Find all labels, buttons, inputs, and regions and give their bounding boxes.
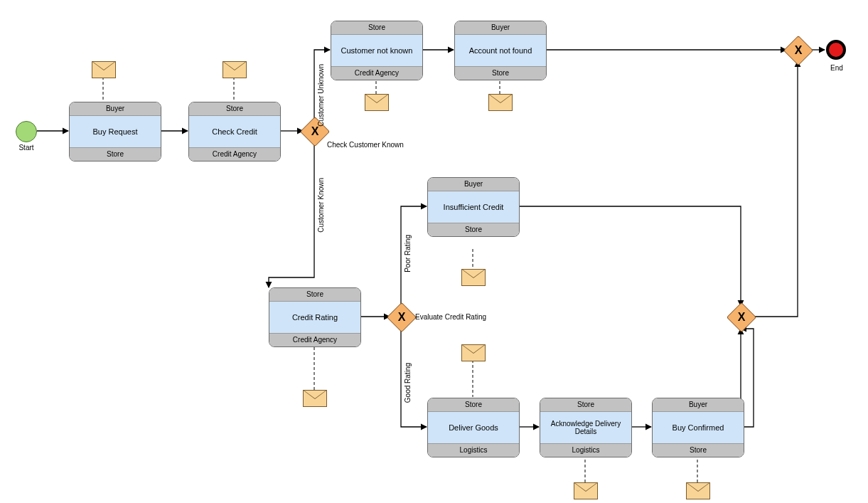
task-credit-rating[interactable]: Store Credit Rating Credit Agency (269, 287, 361, 347)
task-account-not-found[interactable]: Buyer Account not found Store (454, 21, 547, 80)
edge-label-poor: Poor Rating (404, 235, 412, 272)
diagram-canvas: Start Buyer Buy Request Store Store Chec… (0, 0, 868, 503)
message-icon (92, 61, 116, 78)
task-bottom: Credit Agency (331, 66, 422, 80)
task-top: Store (269, 288, 360, 302)
task-name: Account not found (455, 35, 546, 66)
task-bottom: Credit Agency (269, 333, 360, 346)
task-name: Credit Rating (269, 302, 360, 333)
task-deliver-goods[interactable]: Store Deliver Goods Logistics (427, 398, 520, 457)
task-bottom: Logistics (540, 443, 631, 457)
task-top: Store (331, 21, 422, 35)
task-top: Store (189, 102, 280, 116)
task-bottom: Store (70, 147, 161, 161)
task-bottom: Store (653, 443, 744, 457)
message-icon (574, 482, 598, 499)
edge-label-known: Customer Known (317, 178, 325, 233)
end-label: End (825, 64, 849, 72)
task-top: Store (540, 398, 631, 412)
task-top: Buyer (455, 21, 546, 35)
task-name: Customer not known (331, 35, 422, 66)
task-check-credit[interactable]: Store Check Credit Credit Agency (188, 102, 281, 162)
task-insufficient-credit[interactable]: Buyer Insufficient Credit Store (427, 177, 520, 237)
edge-label-good: Good Rating (404, 363, 412, 403)
task-name: Insufficient Credit (428, 191, 519, 223)
message-icon (488, 94, 513, 111)
start-event[interactable] (16, 121, 37, 142)
gateway-label: Check Customer Known (327, 141, 419, 149)
task-ack-delivery[interactable]: Store Acknowledge Delivery Details Logis… (540, 398, 632, 457)
message-icon (365, 94, 389, 111)
edge-label-unknown: Customer Unknown (317, 64, 325, 127)
task-top: Buyer (70, 102, 161, 116)
task-name: Buy Confirmed (653, 412, 744, 443)
message-icon (461, 269, 486, 286)
task-top: Buyer (428, 178, 519, 191)
message-icon (223, 61, 247, 78)
task-name: Check Credit (189, 116, 280, 147)
task-buy-request[interactable]: Buyer Buy Request Store (69, 102, 161, 162)
message-icon (686, 482, 710, 499)
task-buy-confirmed[interactable]: Buyer Buy Confirmed Store (652, 398, 744, 457)
task-bottom: Logistics (428, 443, 519, 457)
task-name: Buy Request (70, 116, 161, 147)
task-customer-not-known[interactable]: Store Customer not known Credit Agency (331, 21, 423, 80)
message-icon (461, 344, 486, 361)
task-top: Store (428, 398, 519, 412)
task-bottom: Store (455, 66, 546, 80)
task-bottom: Store (428, 223, 519, 236)
task-top: Buyer (653, 398, 744, 412)
start-label: Start (14, 144, 38, 152)
message-icon (303, 390, 327, 407)
gateway-label: Evaluate Credit Rating (415, 313, 508, 321)
end-event[interactable] (826, 40, 846, 60)
task-bottom: Credit Agency (189, 147, 280, 161)
task-name: Acknowledge Delivery Details (540, 412, 631, 443)
task-name: Deliver Goods (428, 412, 519, 443)
